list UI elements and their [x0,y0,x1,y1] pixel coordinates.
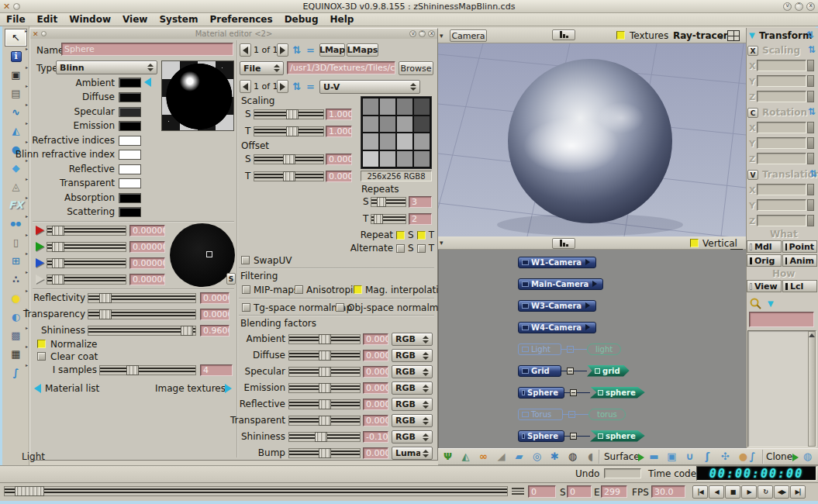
viewport-3d[interactable] [438,43,746,236]
graph-icon[interactable] [552,238,575,249]
minimize-icon[interactable] [409,30,416,37]
green-channel-value[interactable]: 0.000000 [129,241,165,253]
rotation-key-button[interactable]: C [747,108,758,118]
scaling-s-slider[interactable] [254,109,324,119]
step-back-button[interactable]: ◀ [709,485,724,499]
red-channel-value[interactable]: 0.000000 [129,225,165,236]
terrain-tool-icon[interactable]: ◭ [457,449,474,464]
alpha-channel-value[interactable]: 0.000000 [129,274,165,285]
menu-window[interactable]: Window [69,14,111,25]
menu-view[interactable]: View [123,14,147,25]
close-icon[interactable] [806,2,815,11]
clear-coat-checkbox[interactable] [37,352,46,361]
orig-button[interactable]: Orig [747,254,782,267]
refractive-indices-swatch[interactable] [119,136,141,146]
scaling-t-slider[interactable] [254,126,324,136]
plane-tool-icon[interactable]: ▰ [511,449,527,464]
translation-x-input[interactable] [757,184,806,195]
timeline-slider[interactable] [4,486,508,496]
ambient-blend-mode[interactable]: RGB [392,333,433,346]
transparent-blend-value[interactable]: 0.000 [363,415,388,426]
prev-material-arrow-icon[interactable] [144,78,151,87]
ambient-blend-value[interactable]: 0.000 [363,333,388,345]
panel-menu-icon[interactable]: ▾ [440,32,444,40]
rotation-y-stepper[interactable] [807,137,814,149]
i-samples-value[interactable]: 4 [200,364,233,376]
search-icon[interactable] [749,298,763,310]
lmaps-button[interactable]: LMaps [347,43,378,57]
prev-layer-button[interactable] [240,80,251,93]
alternate-s-checkbox[interactable] [396,244,405,253]
box-tool-icon[interactable]: ▣ [664,449,680,464]
shininess-blend-value[interactable]: -0.100 [363,431,388,443]
transparent-blend-slider[interactable] [288,416,361,426]
fps-input[interactable]: 30.0 [651,485,685,498]
blinn-refractive-swatch[interactable] [119,150,141,160]
equals-icon[interactable]: = [306,45,315,55]
gear-tool-icon[interactable]: ✱ [547,449,563,464]
emission-blend-value[interactable]: 0.000 [363,382,388,394]
info-tool-icon[interactable]: i [5,47,27,65]
menu-system[interactable]: System [159,14,198,25]
scaling-z-stepper[interactable] [807,91,814,102]
lcl-button[interactable]: Lcl [782,280,817,292]
collapse-icon[interactable]: ▼ [749,31,755,40]
offset-t-value[interactable]: 0.0000 [326,171,352,182]
repeats-s-slider[interactable] [371,197,406,207]
sort-icon[interactable]: ⇅ [292,81,301,91]
material-type-dropdown[interactable]: Blinn [56,60,157,74]
equals-icon[interactable]: = [306,81,315,91]
rotation-x-stepper[interactable] [807,122,814,133]
menu-help[interactable]: Help [330,14,354,25]
emission-blend-slider[interactable] [288,383,361,393]
scaling-key-button[interactable]: X [747,46,758,56]
maximize-icon[interactable] [419,30,426,37]
pipe-tool-icon[interactable]: ∫ [744,449,761,464]
anim-button[interactable]: Anim [782,254,817,267]
layout-grid-icon[interactable] [727,30,740,41]
deform-tool-icon[interactable]: ◢ [493,449,509,464]
transform-tool-icon[interactable]: ⊞ [5,252,27,270]
material-name-input[interactable]: Sphere [61,43,233,56]
microphone-tool-icon[interactable]: ◖ [582,449,599,464]
emission-blend-mode[interactable]: RGB [392,381,433,395]
green-channel-slider[interactable] [47,242,126,252]
go-start-button[interactable]: |◀ [692,485,708,499]
camera-button[interactable]: Camera [450,29,487,42]
translation-z-stepper[interactable] [807,215,814,226]
sphere-grid-tool-icon[interactable]: ◍ [799,449,816,464]
bridge-tool-icon[interactable]: ▬ [646,449,662,464]
maximize-icon[interactable] [795,2,803,11]
specular-blend-value[interactable]: 0.000 [363,366,388,378]
vertical-checkbox[interactable] [690,239,699,247]
prev-page-button[interactable] [240,43,251,57]
alternate-t-checkbox[interactable] [417,244,426,253]
browse-button[interactable]: Browse [399,61,433,75]
translation-x-stepper[interactable] [807,184,814,195]
rotation-x-input[interactable] [757,122,806,133]
diffuse-blend-slider[interactable] [288,350,361,361]
ambient-color-swatch[interactable] [119,78,141,88]
scattering-color-swatch[interactable] [119,207,141,217]
connector-icon[interactable] [570,389,577,396]
texture-preview-image[interactable] [361,96,432,169]
red-channel-slider[interactable] [47,226,126,236]
minimize-icon[interactable] [783,2,792,11]
search-dropdown-icon[interactable]: ▼ [768,299,774,308]
normalize-checkbox[interactable] [37,340,46,348]
texture-source-dropdown[interactable]: File [240,61,284,75]
scrollbar[interactable] [808,331,816,447]
bump-blend-value[interactable]: 0.000 [363,447,388,459]
menu-edit[interactable]: Edit [37,14,58,25]
material-editor-titlebar[interactable]: ✕ Material editor <2> [30,29,437,39]
diffuse-blend-mode[interactable]: RGB [392,349,433,362]
connector-icon[interactable] [567,368,574,375]
bump-blend-slider[interactable] [288,448,361,458]
ping-pong-button[interactable]: ◀▶ [774,485,789,499]
connector-icon[interactable] [567,346,574,353]
translation-key-button[interactable]: V [747,170,758,180]
scaling-z-input[interactable] [757,91,806,102]
current-frame-input[interactable]: 0 [528,485,556,498]
scaling-x-input[interactable] [757,60,806,71]
panel-menu-icon[interactable]: ▾ [440,239,444,247]
